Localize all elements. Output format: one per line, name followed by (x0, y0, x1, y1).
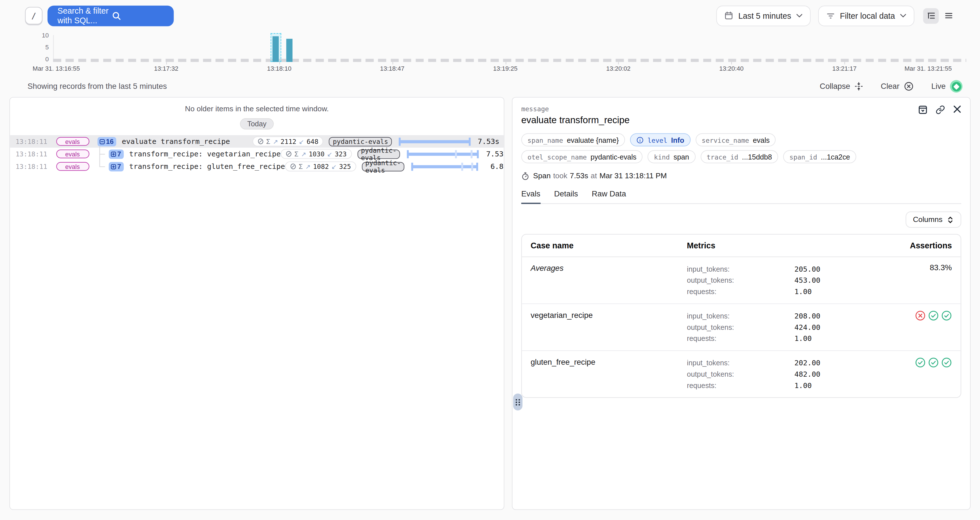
chip-value: pydantic-evals (590, 153, 636, 160)
metric-value: 424.00 (794, 322, 870, 333)
service-badge[interactable]: evals (56, 150, 89, 158)
metric-label: output_tokens: (687, 368, 794, 380)
case-name: Averages (531, 263, 687, 297)
time-range-label: Last 5 minutes (738, 11, 791, 21)
view-mode-toggle (923, 8, 956, 24)
metric-value: 453.00 (794, 275, 870, 286)
tab-raw-data[interactable]: Raw Data (592, 190, 626, 203)
eval-row-averages[interactable]: Averages input_tokens: 205.00 output_tok… (522, 257, 961, 304)
chip-service-name[interactable]: service_name evals (695, 133, 776, 146)
timeline-histogram[interactable]: 10 5 0 Mar 31. 13:16:55 13:17:32 13:18:1… (0, 31, 980, 75)
assertion-fail-icon[interactable] (915, 310, 926, 321)
assertion-pass-icon[interactable] (928, 357, 939, 368)
x-tick-label: 13:17:32 (154, 65, 178, 72)
evals-table: Case name Metrics Assertions Averages in… (521, 234, 961, 398)
histogram-bar[interactable] (272, 36, 279, 62)
chip-span-id[interactable]: span_id ...1ca2ce (783, 150, 856, 163)
tab-details[interactable]: Details (554, 190, 578, 203)
scope-tag[interactable]: pydantic-evals (329, 137, 392, 146)
metric-label: input_tokens: (687, 310, 794, 322)
histogram-bar[interactable] (286, 39, 292, 62)
time-range-dropdown[interactable]: Last 5 minutes (717, 5, 811, 26)
trace-row-evaluate-transform-recipe[interactable]: 13:18:11 evals 16 evaluate transform_rec… (10, 135, 504, 148)
slash-key-label: / (31, 11, 36, 21)
coin-icon (290, 163, 296, 169)
metric-value: 482.00 (794, 368, 870, 380)
tokens-out: 325 (339, 163, 351, 170)
assertion-icons (870, 310, 952, 321)
top-bar-right: Last 5 minutes Filter local data (717, 5, 956, 26)
chip-value: ...15ddb8 (742, 153, 772, 160)
live-toggle[interactable]: Live (931, 80, 963, 93)
duration-text: 7.53s (480, 150, 504, 158)
eval-row-gluten-free-recipe[interactable]: gluten_free_recipe input_tokens: 202.00 … (522, 351, 961, 397)
assertion-pass-icon[interactable] (941, 310, 951, 321)
row-timestamp: 13:18:11 (16, 138, 47, 145)
chip-level[interactable]: level Info (630, 133, 690, 146)
trace-row-gluten-free-recipe[interactable]: 13:18:11 evals 7 transform_recipe: glute… (10, 160, 504, 172)
list-view-button[interactable] (940, 8, 956, 24)
tab-evals[interactable]: Evals (521, 190, 540, 204)
service-badge[interactable]: evals (56, 137, 89, 146)
chip-value: evaluate {name} (567, 136, 619, 144)
live-label: Live (931, 82, 946, 91)
stopwatch-icon (521, 172, 530, 180)
copy-link-icon[interactable] (936, 105, 945, 114)
y-tick-10: 10 (34, 32, 49, 38)
search-label: Search & filter with SQL... (57, 6, 112, 25)
child-count: 16 (106, 138, 114, 145)
trace-row-vegetarian-recipe[interactable]: 13:18:11 evals 7 transform_recipe: veget… (10, 148, 504, 160)
slash-shortcut-key: / (25, 7, 43, 24)
metric-value: 202.00 (794, 357, 870, 369)
panel-resize-handle[interactable] (513, 393, 523, 410)
assertion-pass-icon[interactable] (941, 357, 951, 368)
chip-span-name[interactable]: span_name evaluate {name} (521, 133, 625, 146)
scope-tag[interactable]: pydantic-evals (357, 149, 400, 159)
trace-list-panel: No older items in the selected time wind… (10, 97, 504, 510)
duration-text: 7.53s (471, 137, 504, 146)
tree-view-button[interactable] (923, 8, 939, 24)
metric-value: 1.00 (794, 286, 870, 297)
x-tick-label: 13:21:17 (832, 65, 857, 72)
collapse-button[interactable]: Collapse (820, 82, 863, 91)
span-word: Span (533, 171, 551, 180)
span-name: transform_recipe: gluten_free_recipe (129, 162, 285, 171)
search-button[interactable]: Search & filter with SQL... (48, 5, 174, 26)
chip-value: span (673, 153, 689, 160)
assertion-pass-icon[interactable] (915, 357, 926, 368)
case-name: vegetarian_recipe (531, 310, 687, 344)
chip-kind[interactable]: kind span (648, 150, 695, 163)
chip-trace-id[interactable]: trace_id ...15ddb8 (700, 150, 778, 163)
chip-key: trace_id (706, 153, 738, 160)
metrics-list: input_tokens: 205.00 output_tokens: 453.… (687, 263, 870, 297)
expand-children-badge[interactable]: 7 (108, 149, 124, 159)
dock-panel-bottom-icon[interactable] (918, 105, 928, 114)
filter-local-data-dropdown[interactable]: Filter local data (818, 5, 915, 26)
chip-value: ...1ca2ce (821, 153, 850, 160)
sort-chevrons-icon (947, 215, 954, 224)
expand-children-badge[interactable]: 7 (108, 162, 124, 171)
chip-otel-scope-name[interactable]: otel_scope_name pydantic-evals (521, 150, 643, 163)
scope-tag[interactable]: pydantic-evals (361, 162, 405, 171)
span-duration: 7.53s (570, 171, 589, 180)
duration-bar (412, 163, 484, 171)
duration-bar (399, 137, 471, 146)
columns-button[interactable]: Columns (905, 211, 961, 228)
live-indicator-icon[interactable] (950, 80, 963, 93)
tokens-up-arrow-icon: ↗ (301, 150, 306, 157)
chip-value: evals (753, 136, 770, 144)
sigma-icon: Σ (294, 150, 298, 158)
assertion-icons (870, 357, 952, 368)
clear-button[interactable]: Clear (881, 81, 914, 91)
eval-row-vegetarian-recipe[interactable]: vegetarian_recipe input_tokens: 208.00 o… (522, 304, 961, 351)
clear-circle-x-icon (904, 81, 914, 91)
service-badge[interactable]: evals (56, 162, 89, 171)
chip-key: kind (654, 153, 670, 160)
tokens-out: 648 (307, 138, 318, 145)
collapse-children-badge[interactable]: 16 (97, 137, 116, 146)
tree-connector-elbow (99, 153, 105, 154)
assertion-pass-icon[interactable] (928, 310, 939, 321)
token-stats-pill: Σ ↗ 1082 ↙ 325 (285, 161, 356, 171)
close-icon[interactable] (953, 105, 961, 114)
tokens-down-arrow-icon: ↙ (331, 163, 336, 170)
